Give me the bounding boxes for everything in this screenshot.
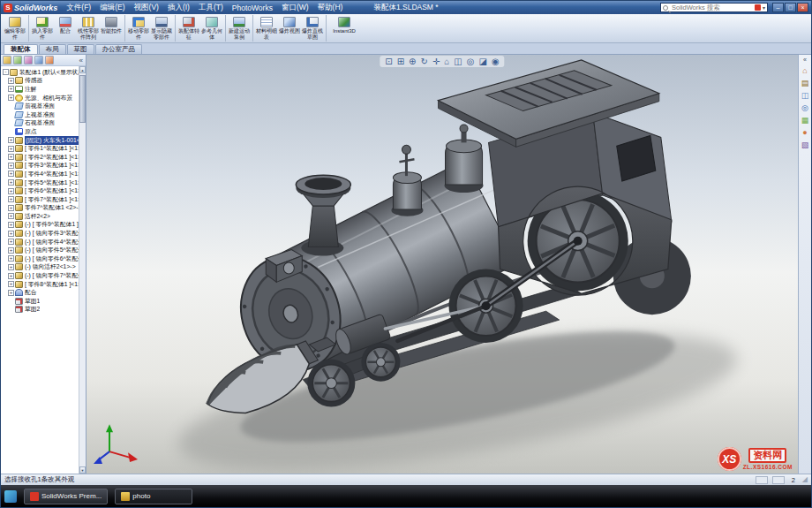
tree-item[interactable]: +零件7^装配体1 <2>-> [3,204,79,213]
tree-item[interactable]: 原点 [3,127,79,136]
search-dropdown-icon[interactable]: ▾ [763,4,765,11]
search-results-icon[interactable]: ◎ [801,103,808,112]
configurationmanager-tab[interactable] [24,56,33,64]
view-palette-icon[interactable]: ▦ [801,116,809,125]
tree-item[interactable]: +(-) [ 镜向零件7^装配体1 ]<1> [3,271,79,280]
zoom-area-icon[interactable]: ⊞ [397,57,404,66]
taskbar-button-photo[interactable]: photo [115,489,192,504]
zoom-in-out-icon[interactable]: ⊕ [409,57,416,66]
tree-expander[interactable]: + [8,231,14,237]
tree-expander[interactable]: + [8,281,14,287]
tree-expander[interactable]: + [8,264,14,270]
pan-icon[interactable]: ✛ [432,57,440,66]
menu-item[interactable]: 编辑(E) [95,2,129,14]
tree-expander[interactable]: + [8,213,14,219]
tree-expander[interactable]: + [8,188,14,194]
custom-properties-icon[interactable]: ▧ [801,140,809,149]
toolbar-button-bill-of-materials[interactable]: 材料明细表 [255,15,278,42]
toolbar-button-mate[interactable]: 配合 [54,15,77,42]
tree-expander[interactable]: + [8,247,14,254]
tree-expander[interactable]: + [8,179,14,186]
quick-launch-icon[interactable] [4,490,17,503]
tree-item[interactable]: 草图1 [3,297,79,306]
tree-item[interactable]: 上视基准面 [3,110,79,119]
toolbar-button-move-component[interactable]: 移动零部件 [127,15,150,42]
scrollbar-thumb[interactable] [79,75,86,123]
design-library-icon[interactable]: ▤ [801,79,809,87]
tree-expander[interactable]: + [8,171,14,177]
section-view-icon[interactable]: ◪ [479,57,487,66]
scroll-down-icon[interactable]: ▼ [79,466,86,474]
tree-expander[interactable]: + [8,273,14,279]
graphics-area[interactable]: ⊡⊞⊕↻✛⌂◫◎◪◉ XS 资料网 ZL.XS1616.COM [86,55,798,474]
tree-expander[interactable]: + [8,163,14,169]
display-style-icon[interactable]: ◫ [454,57,462,66]
tree-item[interactable]: 草图2 [3,306,79,315]
tree-expander[interactable]: + [8,154,14,160]
tree-item[interactable]: +传感器 [3,77,79,86]
menu-item[interactable]: PhotoWorks [228,3,277,13]
minimize-button[interactable]: – [772,3,784,12]
menu-item[interactable]: 视图(V) [130,2,163,14]
search-input[interactable] [670,4,753,11]
displaymanager-tab[interactable] [45,56,54,64]
propertymanager-tab[interactable] [13,56,22,64]
toolbar-button-exploded-view[interactable]: 爆炸视图 [278,15,301,42]
tree-expander[interactable]: + [8,196,14,202]
realview-icon[interactable]: ◉ [492,57,500,66]
tree-item[interactable]: +(固定) 火车头1-001<1> [3,136,79,145]
panel-scrollbar[interactable]: ▲ ▼ [79,66,86,474]
tree-item[interactable]: +光源、相机与布景 [3,94,79,102]
tree-expander[interactable]: + [8,290,14,296]
toolbar-button-instant3d[interactable]: Instant3D [328,15,360,42]
tree-item[interactable]: +(-) 镜向活杆2<1>-> [3,263,79,272]
file-explorer-icon[interactable]: ◫ [801,91,809,100]
toolbar-button-edit-component[interactable]: 编辑零部件 [4,15,26,42]
maximize-button[interactable]: □ [785,3,796,12]
command-tab[interactable]: 布局 [39,44,66,54]
tree-item[interactable]: +[ 零件6^装配体1 ]<1>-> [3,186,79,195]
command-tab[interactable]: 草图 [67,44,94,54]
tree-item[interactable]: +(-) [ 镜向零件6^装配体1 ]<1> [3,254,79,263]
tree-expander[interactable]: + [8,137,14,143]
taskbar-button-sw[interactable]: SolidWorks Prem... [24,489,108,504]
tree-item[interactable]: +[ 零件3^装配体1 ]<1>-> [3,162,79,171]
zoom-fit-icon[interactable]: ⊡ [385,57,392,66]
collapse-chevron-icon[interactable]: « [79,57,84,64]
solidworks-resources-icon[interactable]: ⌂ [802,66,807,75]
menu-item[interactable]: 帮助(H) [313,2,348,14]
menu-item[interactable]: 窗口(W) [277,2,313,14]
scroll-up-icon[interactable]: ▲ [79,66,86,73]
featuremanager-tree-tab[interactable] [3,56,11,64]
tree-item[interactable]: +(-) [ 镜向零件5^装配体1 ]<1> [3,246,79,254]
toolbar-button-smart-fastener[interactable]: 智能扣件 [100,15,123,42]
tree-item[interactable]: +(-) [ 镜向零件4^装配体1 ]<1> [3,238,79,246]
tree-expander[interactable]: + [8,95,14,101]
toolbar-button-show-hide-components[interactable]: 显示隐藏零部件 [150,15,173,42]
tree-item[interactable]: +(-) [ 零件9^装配体1 ]<1> [3,221,79,230]
close-button[interactable]: × [797,3,808,12]
resize-grip-icon[interactable]: ◢ [802,476,808,483]
tree-item[interactable]: +配合 [3,288,79,297]
toolbar-button-assembly-features[interactable]: 装配体特征 [177,15,200,42]
toolbar-button-insert-component[interactable]: 插入零部件 [31,15,54,42]
tree-item[interactable]: -装配体1 (默认<显示状态-1>) [3,68,79,77]
tree-item[interactable]: +(-) [ 镜向零件3^装配体1 ]<1> [3,229,79,238]
tree-expander[interactable]: + [8,146,14,152]
tree-item[interactable]: 前视基准面 [3,102,79,110]
hide-show-items-icon[interactable]: ◎ [467,57,475,66]
standard-views-icon[interactable]: ⌂ [444,57,449,66]
rotate-view-icon[interactable]: ↻ [420,57,427,66]
menu-item[interactable]: 插入(I) [163,2,194,14]
tree-expander[interactable]: + [8,205,14,211]
tree-expander[interactable]: + [8,239,14,245]
tree-item[interactable]: +[ 零件4^装配体1 ]<1>-> [3,170,79,178]
tree-item[interactable]: 右视基准面 [3,119,79,128]
tree-expander[interactable]: + [8,222,14,228]
menu-item[interactable]: 工具(T) [194,2,228,14]
appearances-icon[interactable]: ● [802,128,807,137]
toolbar-button-component-pattern[interactable]: 线性零部件阵列 [77,15,100,42]
command-tab[interactable]: 办公室产品 [95,44,143,54]
tree-expander[interactable]: + [8,78,14,84]
tree-item[interactable]: +注解 [3,85,79,94]
